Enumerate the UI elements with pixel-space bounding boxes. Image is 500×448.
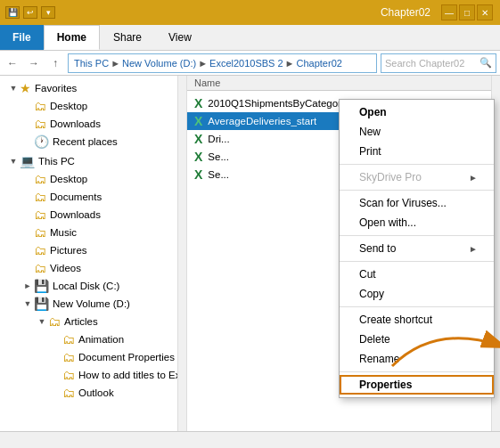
ctx-copy[interactable]: Copy (340, 284, 494, 304)
excel-icon: X (194, 96, 202, 110)
search-box[interactable]: Search Chapter02 🔍 (381, 53, 496, 73)
search-placeholder: Search Chapter02 (385, 58, 464, 69)
folder-icon: 🗂 (34, 99, 46, 113)
ctx-open[interactable]: Open (340, 102, 494, 122)
favorites-icon: ★ (20, 81, 31, 95)
expand-icon: ▼ (7, 157, 20, 166)
sidebar-item-label: Music (50, 227, 77, 238)
sidebar-item-thispc[interactable]: ▼ 💻 This PC (0, 152, 186, 170)
context-menu: Open New Print SkyDrive Pro ► Scan for V… (339, 99, 495, 398)
sidebar-group-thispc: ▼ 💻 This PC 🗂 Desktop 🗂 Documents 🗂 Down… (0, 152, 186, 402)
tab-share[interactable]: Share (100, 25, 155, 50)
ctx-skydrive: SkyDrive Pro ► (340, 167, 494, 187)
sidebar-item-label: Outlook (78, 387, 114, 398)
sidebar-item-documentproperties[interactable]: 🗂 Document Properties in Excel (0, 348, 186, 366)
sidebar-item-downloads[interactable]: 🗂 Downloads (0, 206, 186, 224)
sidebar-item-documents[interactable]: 🗂 Documents (0, 188, 186, 206)
sidebar-item-label: How to add titles to Excel charts (78, 370, 187, 380)
close-button[interactable]: ✕ (477, 4, 493, 20)
sidebar-item-music[interactable]: 🗂 Music (0, 224, 186, 241)
ctx-separator-1 (340, 164, 494, 165)
window-controls: — □ ✕ (441, 4, 493, 20)
ctx-print[interactable]: Print (340, 142, 494, 161)
sidebar-item-favorites[interactable]: ▼ ★ Favorites (0, 79, 186, 97)
undo-icon[interactable]: ↩ (23, 6, 37, 19)
ctx-properties[interactable]: Properties (340, 375, 494, 395)
expand-icon: ▼ (36, 317, 48, 326)
forward-button[interactable]: → (25, 54, 43, 72)
folder-icon: 🗂 (34, 243, 46, 257)
sidebar-item-label: Downloads (50, 209, 101, 220)
ctx-rename[interactable]: Rename (340, 349, 494, 369)
sidebar-item-label: Articles (64, 316, 98, 327)
ctx-separator-5 (340, 306, 494, 307)
ctx-label: SkyDrive Pro (359, 171, 422, 183)
sidebar-item-videos[interactable]: 🗂 Videos (0, 259, 186, 277)
ctx-separator-3 (340, 235, 494, 236)
ctx-cut[interactable]: Cut (340, 265, 494, 284)
sidebar-item-label: Local Disk (C:) (53, 281, 119, 291)
tab-home[interactable]: Home (44, 25, 100, 50)
sidebar-item-label: Document Properties in Excel (78, 352, 187, 362)
maximize-button[interactable]: □ (459, 4, 475, 20)
name-column-header[interactable]: Name (194, 77, 220, 88)
sidebar-item-label: Recent places (53, 136, 118, 147)
folder-icon: 🗂 (34, 208, 46, 222)
sidebar-scrollbar[interactable] (177, 76, 186, 431)
submenu-arrow-icon: ► (469, 244, 478, 254)
sidebar-item-desktop[interactable]: 🗂 Desktop (0, 170, 186, 188)
expand-icon: ► (21, 281, 34, 290)
sidebar-item-label: This PC (38, 156, 75, 167)
address-bar: ← → ↑ This PC ► New Volume (D:) ► Excel2… (0, 51, 500, 76)
expand-icon: ▼ (21, 299, 34, 308)
sidebar-item-desktop-fav[interactable]: 🗂 Desktop (0, 97, 186, 115)
sidebar-item-addtitles[interactable]: 🗂 How to add titles to Excel charts (0, 366, 186, 384)
customize-icon[interactable]: ▾ (41, 6, 55, 19)
folder-icon: 🗂 (34, 117, 46, 131)
sidebar-item-outlook[interactable]: 🗂 Outlook (0, 384, 186, 402)
address-path[interactable]: This PC ► New Volume (D:) ► Excel2010SBS… (68, 53, 377, 73)
sidebar-item-recentplaces[interactable]: 🕐 Recent places (0, 133, 186, 151)
minimize-button[interactable]: — (441, 4, 457, 20)
main-area: ▼ ★ Favorites 🗂 Desktop 🗂 Downloads 🕐 Re… (0, 76, 500, 431)
tab-file[interactable]: File (0, 25, 44, 50)
sidebar-item-label: Desktop (50, 174, 87, 184)
back-button[interactable]: ← (4, 54, 21, 72)
ctx-new[interactable]: New (340, 122, 494, 142)
path-excel2010sbs[interactable]: Excel2010SBS 2 (209, 58, 283, 69)
sidebar-item-label: Favorites (35, 83, 77, 94)
folder-icon: 🗂 (34, 172, 46, 186)
file-name: AverageDeliveries_start (208, 116, 316, 126)
path-newvolume[interactable]: New Volume (D:) (122, 58, 196, 69)
up-button[interactable]: ↑ (46, 54, 64, 72)
sidebar-item-animation[interactable]: 🗂 Animation (0, 330, 186, 348)
file-name: Se... (208, 151, 229, 162)
sidebar-item-label: Downloads (50, 118, 101, 129)
ctx-openwith[interactable]: Open with... (340, 213, 494, 232)
path-chapter02[interactable]: Chapter02 (297, 58, 342, 69)
folder-icon: 🗂 (48, 314, 61, 329)
sidebar-item-label: Videos (50, 263, 81, 273)
sidebar-item-pictures[interactable]: 🗂 Pictures (0, 241, 186, 259)
folder-icon: 🗂 (62, 368, 75, 382)
computer-icon: 💻 (20, 154, 35, 168)
tab-view[interactable]: View (155, 25, 205, 50)
sidebar-item-articles[interactable]: ▼ 🗂 Articles (0, 313, 186, 330)
path-thispc[interactable]: This PC (74, 58, 109, 69)
sidebar: ▼ ★ Favorites 🗂 Desktop 🗂 Downloads 🕐 Re… (0, 76, 187, 431)
sidebar-item-newvolume[interactable]: ▼ 💾 New Volume (D:) (0, 295, 186, 313)
sidebar-item-downloads-fav[interactable]: 🗂 Downloads (0, 115, 186, 133)
ctx-scanviruses[interactable]: Scan for Viruses... (340, 193, 494, 213)
title-bar-title: Chapter02 (55, 6, 441, 19)
ribbon-tabs: File Home Share View (0, 25, 500, 50)
ctx-label: Send to (359, 242, 396, 255)
ctx-createshortcut[interactable]: Create shortcut (340, 310, 494, 330)
sidebar-item-label: Desktop (50, 101, 87, 111)
save-icon[interactable]: 💾 (5, 6, 20, 19)
sidebar-item-localdisk[interactable]: ► 💾 Local Disk (C:) (0, 277, 186, 295)
ctx-delete[interactable]: Delete (340, 330, 494, 349)
folder-icon: 🗂 (34, 261, 46, 275)
ctx-separator-4 (340, 261, 494, 262)
ctx-sendto[interactable]: Send to ► (340, 239, 494, 258)
file-name: Dri... (208, 134, 229, 144)
